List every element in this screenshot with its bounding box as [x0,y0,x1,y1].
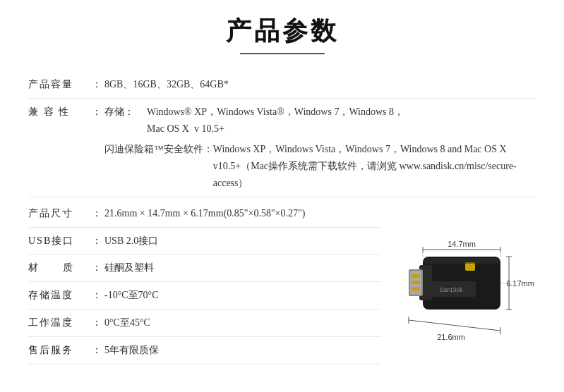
colon-compat: ： [92,104,102,121]
colon-work-temp: ： [92,314,102,331]
spec-row-work-temp: 工作温度 ： 0°C至45°C [28,310,380,337]
svg-text:6.17mm: 6.17mm [506,279,534,288]
value-capacity: 8GB、16GB、32GB、64GB* [104,76,536,93]
colon-storage-temp: ： [92,287,102,304]
compat-software-label: 闪迪保险箱™安全软件： [104,141,213,158]
spec-row-usb: USB接口 ： USB 2.0接口 [28,228,380,255]
value-work-temp: 0°C至45°C [104,314,380,331]
label-size: 产品尺寸 [28,205,92,222]
colon-material: ： [92,259,102,276]
spec-row-size: 产品尺寸 ： 21.6mm × 14.7mm × 6.17mm(0.85"×0.… [28,200,380,228]
compat-storage: 存储： Windows® XP，Windows Vista®，Windows 7… [104,104,536,137]
spec-row-warranty: 售后服务 ： 5年有限质保 [28,337,380,365]
value-material: 硅酮及塑料 [104,259,380,276]
compat-storage-value: Windows® XP，Windows Vista®，Windows 7，Win… [147,104,536,137]
value-storage-temp: -10°C至70°C [104,287,380,304]
label-compat: 兼 容 性 [28,104,92,121]
svg-rect-6 [412,287,420,290]
svg-rect-5 [412,281,420,284]
spec-row-material: 材 质 ： 硅酮及塑料 [28,255,380,282]
svg-text:SanDisk: SanDisk [439,286,463,293]
compat-software-value: Windows XP，Windows Vista，Windows 7，Windo… [213,141,536,191]
svg-rect-4 [412,274,420,278]
value-size: 21.6mm × 14.7mm × 6.17mm(0.85"×0.58"×0.2… [104,205,380,222]
label-capacity: 产品容量 [28,76,92,93]
colon-warranty: ： [92,342,102,359]
colon-size: ： [92,205,102,222]
svg-text:21.6mm: 21.6mm [437,333,465,341]
svg-text:14.7mm: 14.7mm [448,240,476,248]
value-compat: 存储： Windows® XP，Windows Vista®，Windows 7… [104,104,536,192]
usb-diagram: SanDisk 14.7mm 6.17mm [380,207,536,351]
spec-row-capacity: 产品容量 ： 8GB、16GB、32GB、64GB* [28,71,536,99]
colon-capacity: ： [92,76,102,93]
label-work-temp: 工作温度 [28,314,92,331]
svg-rect-10 [424,258,499,264]
label-usb: USB接口 [28,233,92,250]
compat-storage-label: 存储： [104,104,147,121]
compat-software: 闪迪保险箱™安全软件： Windows XP，Windows Vista，Win… [104,141,536,191]
label-material: 材 质 [28,259,92,276]
spec-row-storage-temp: 存储温度 ： -10°C至70°C [28,282,380,310]
value-usb: USB 2.0接口 [104,233,380,250]
specs-left: 产品尺寸 ： 21.6mm × 14.7mm × 6.17mm(0.85"×0.… [28,200,380,365]
label-storage-temp: 存储温度 [28,287,92,304]
spec-row-compat: 兼 容 性 ： 存储： Windows® XP，Windows Vista®，W… [28,99,536,197]
bottom-section: 产品尺寸 ： 21.6mm × 14.7mm × 6.17mm(0.85"×0.… [28,200,536,365]
colon-usb: ： [92,233,102,250]
spec-container: 产品容量 ： 8GB、16GB、32GB、64GB* 兼 容 性 ： 存储： W… [28,71,536,365]
page-title: 产品参数 [28,14,536,49]
value-warranty: 5年有限质保 [104,342,380,359]
svg-line-19 [409,320,500,331]
title-underline [240,53,325,54]
label-warranty: 售后服务 [28,342,92,359]
